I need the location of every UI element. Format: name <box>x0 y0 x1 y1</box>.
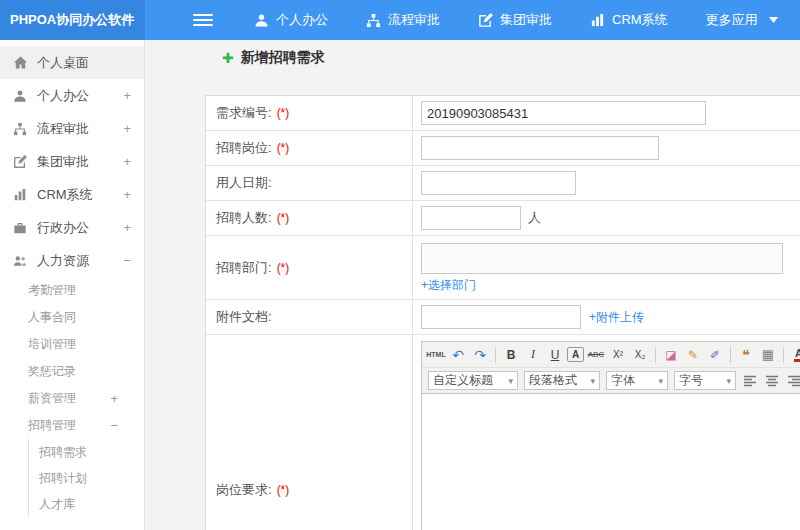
expand-plus-icon[interactable]: + <box>123 154 134 169</box>
sidebar-subitem-salary[interactable]: 薪资管理 + <box>0 385 144 412</box>
select-value: 自定义标题 <box>433 372 493 389</box>
editor-redo-button[interactable]: ↷ <box>470 345 490 365</box>
app-logo: PHPOA协同办公软件 <box>0 0 145 40</box>
edit-icon <box>478 13 493 28</box>
editor-subscript-button[interactable]: X₂ <box>630 345 650 365</box>
editor-font-color-button[interactable]: A <box>789 345 800 365</box>
expand-plus-icon[interactable]: + <box>123 88 134 103</box>
main-content: ✚ 新增招聘需求 需求编号: (*) 招聘岗位: (*) 用人日期: <box>146 40 800 530</box>
editor-italic-button[interactable]: I <box>523 345 543 365</box>
sidebar-item-desktop[interactable]: 个人桌面 <box>0 46 144 79</box>
sidebar-item-workflow-approval[interactable]: 流程审批 + <box>0 112 144 145</box>
field-cell: +选择部门 <box>413 236 800 299</box>
editor-bold-button[interactable]: B <box>501 345 521 365</box>
department-textarea[interactable] <box>421 243 783 274</box>
label-text: 需求编号: <box>216 104 272 122</box>
sidebar-item-group-approval[interactable]: 集团审批 + <box>0 145 144 178</box>
field-label: 招聘岗位: (*) <box>206 131 413 165</box>
form-row-department: 招聘部门: (*) +选择部门 <box>206 236 800 300</box>
chevron-down-icon: ▾ <box>508 376 513 386</box>
flow-icon <box>366 13 381 28</box>
sidebar-subitem-recruit-plan[interactable]: 招聘计划 <box>29 465 144 491</box>
editor-superscript-button[interactable]: X² <box>608 345 628 365</box>
upload-attachment-link[interactable]: +附件上传 <box>589 309 644 326</box>
sidebar-subitem-label: 招聘需求 <box>39 444 87 461</box>
editor-strikethrough-button[interactable]: ABC <box>586 345 606 365</box>
font-family-select[interactable]: 字体 ▾ <box>606 371 668 390</box>
hire-date-input[interactable] <box>421 171 576 195</box>
sidebar-item-personal-office[interactable]: 个人办公 + <box>0 79 144 112</box>
field-label: 附件文档: <box>206 300 413 334</box>
expand-plus-icon[interactable]: + <box>110 391 132 406</box>
editor-remove-format-button[interactable]: ◪ <box>661 345 681 365</box>
nav-item-label: CRM系统 <box>612 11 668 29</box>
label-text: 招聘部门: <box>216 259 272 277</box>
edit-icon <box>12 154 28 170</box>
sidebar-item-admin-office[interactable]: 行政办公 + <box>0 211 144 244</box>
sidebar-subitem-talent-pool[interactable]: 人才库 <box>29 491 144 517</box>
sidebar-subitem-label: 薪资管理 <box>28 390 76 407</box>
align-left-button[interactable] <box>740 371 760 391</box>
toolbar-separator <box>730 347 731 363</box>
menu-toggle-icon[interactable] <box>193 0 213 40</box>
editor-source-button[interactable]: HTML <box>426 345 446 365</box>
editor-highlight-button[interactable]: ✐ <box>705 345 725 365</box>
headcount-input[interactable] <box>421 206 521 230</box>
font-color-glyph: A <box>794 348 800 362</box>
sidebar-item-human-resources[interactable]: 人力资源 − <box>0 244 144 277</box>
demand-number-input[interactable] <box>421 101 706 125</box>
editor-undo-button[interactable]: ↶ <box>448 345 468 365</box>
font-size-select[interactable]: 字号 ▾ <box>674 371 736 390</box>
align-center-button[interactable] <box>762 371 782 391</box>
form-row-attachment: 附件文档: +附件上传 <box>206 300 800 335</box>
sidebar-subitem-recruit-demand[interactable]: 招聘需求 <box>29 439 144 465</box>
sidebar-item-label: 流程审批 <box>37 120 89 138</box>
form-row-position: 招聘岗位: (*) <box>206 131 800 166</box>
collapse-minus-icon[interactable]: − <box>110 418 132 433</box>
user-icon <box>12 88 28 104</box>
nav-group-approval[interactable]: 集团审批 <box>459 0 571 40</box>
field-cell: +附件上传 <box>413 300 800 334</box>
attachment-input[interactable] <box>421 305 581 329</box>
label-text: 用人日期: <box>216 174 272 192</box>
page-title: ✚ 新增招聘需求 <box>222 49 325 67</box>
paragraph-format-select[interactable]: 段落格式 ▾ <box>524 371 600 390</box>
editor-underline-button[interactable]: U <box>545 345 565 365</box>
label-text: 岗位要求: <box>216 481 272 499</box>
add-icon: ✚ <box>222 50 234 66</box>
sidebar-subitem-recruitment[interactable]: 招聘管理 − <box>0 412 144 439</box>
sidebar-subitem-training[interactable]: 培训管理 <box>0 331 144 358</box>
editor-table-button[interactable]: ▦ <box>758 345 778 365</box>
editor-font-button[interactable]: A <box>567 347 584 362</box>
field-cell <box>413 166 800 200</box>
toolbar-separator <box>655 347 656 363</box>
align-right-button[interactable] <box>784 371 800 391</box>
select-department-link[interactable]: +选择部门 <box>421 277 476 294</box>
editor-blockquote-button[interactable]: ❝ <box>736 345 756 365</box>
sidebar-subitem-rewards[interactable]: 奖惩记录 <box>0 358 144 385</box>
sidebar-subitem-hr-contract[interactable]: 人事合同 <box>0 304 144 331</box>
collapse-minus-icon[interactable]: − <box>123 253 134 268</box>
rich-text-editor: HTML ↶ ↷ B I U A ABC X² X₂ ◪ ✎ <box>421 341 800 530</box>
expand-plus-icon[interactable]: + <box>123 187 134 202</box>
sidebar-item-crm-system[interactable]: CRM系统 + <box>0 178 144 211</box>
home-icon <box>12 55 28 71</box>
expand-plus-icon[interactable]: + <box>123 121 134 136</box>
briefcase-icon <box>12 220 28 236</box>
sidebar-subitem-attendance[interactable]: 考勤管理 <box>0 277 144 304</box>
nav-more-apps[interactable]: 更多应用 <box>687 0 797 40</box>
chart-icon <box>12 187 28 203</box>
nav-personal-office[interactable]: 个人办公 <box>235 0 347 40</box>
nav-crm-system[interactable]: CRM系统 <box>571 0 687 40</box>
required-mark: (*) <box>277 261 290 275</box>
form-row-demand-number: 需求编号: (*) <box>206 96 800 131</box>
label-text: 招聘人数: <box>216 209 272 227</box>
position-input[interactable] <box>421 136 659 160</box>
heading-select[interactable]: 自定义标题 ▾ <box>428 371 518 390</box>
people-icon <box>12 253 28 269</box>
editor-content-area[interactable] <box>422 394 800 530</box>
expand-plus-icon[interactable]: + <box>123 220 134 235</box>
required-mark: (*) <box>277 106 290 120</box>
editor-format-brush-button[interactable]: ✎ <box>683 345 703 365</box>
nav-workflow-approval[interactable]: 流程审批 <box>347 0 459 40</box>
